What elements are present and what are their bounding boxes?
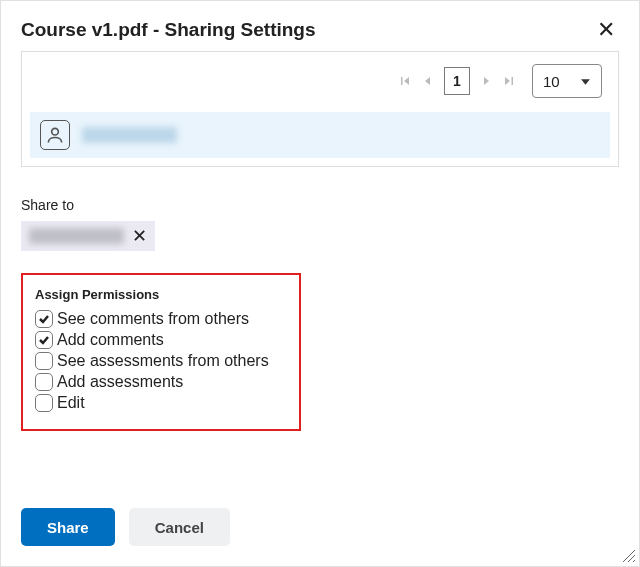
permission-label: Edit [57, 394, 85, 412]
checkbox-edit[interactable] [35, 394, 53, 412]
svg-rect-0 [401, 77, 403, 85]
sharing-settings-dialog: Course v1.pdf - Sharing Settings ✕ 1 [0, 0, 640, 567]
svg-marker-2 [425, 77, 430, 85]
svg-line-10 [633, 560, 635, 562]
dialog-title: Course v1.pdf - Sharing Settings [21, 19, 316, 41]
user-list-box: 1 10 [21, 51, 619, 167]
last-page-icon[interactable] [502, 75, 514, 87]
permission-row: See comments from others [35, 310, 285, 328]
permission-row: See assessments from others [35, 352, 285, 370]
page-size-select[interactable]: 10 [532, 64, 602, 98]
permission-row: Edit [35, 394, 285, 412]
chevron-down-icon [580, 76, 591, 87]
checkbox-see-assessments[interactable] [35, 352, 53, 370]
svg-marker-6 [581, 79, 590, 85]
next-page-icon[interactable] [480, 75, 492, 87]
svg-marker-1 [404, 77, 409, 85]
checkbox-see-comments[interactable] [35, 310, 53, 328]
pagination-row: 1 10 [30, 60, 610, 112]
svg-marker-4 [505, 77, 510, 85]
svg-point-7 [52, 128, 59, 135]
permission-row: Add assessments [35, 373, 285, 391]
svg-rect-5 [512, 77, 514, 85]
dialog-header: Course v1.pdf - Sharing Settings ✕ [1, 1, 639, 53]
first-page-icon[interactable] [400, 75, 412, 87]
page-size-value: 10 [543, 73, 560, 90]
chip-name-redacted [29, 228, 124, 244]
dialog-body-scroll[interactable]: 1 10 Share to ✕ [1, 51, 639, 491]
dialog-footer: Share Cancel [1, 493, 639, 566]
chip-remove-icon[interactable]: ✕ [132, 227, 147, 245]
avatar-icon [40, 120, 70, 150]
prev-page-icon[interactable] [422, 75, 434, 87]
svg-line-8 [623, 550, 635, 562]
share-to-label: Share to [21, 197, 619, 213]
permission-label: See assessments from others [57, 352, 269, 370]
permission-label: Add comments [57, 331, 164, 349]
current-page-input[interactable]: 1 [444, 67, 470, 95]
share-to-chip: ✕ [21, 221, 155, 251]
permission-row: Add comments [35, 331, 285, 349]
permission-label: Add assessments [57, 373, 183, 391]
cancel-button[interactable]: Cancel [129, 508, 230, 546]
share-button[interactable]: Share [21, 508, 115, 546]
user-name-redacted [82, 127, 177, 143]
checkbox-add-comments[interactable] [35, 331, 53, 349]
svg-marker-3 [484, 77, 489, 85]
user-list-item[interactable] [30, 112, 610, 158]
permission-label: See comments from others [57, 310, 249, 328]
assign-permissions-title: Assign Permissions [35, 287, 285, 302]
close-icon[interactable]: ✕ [593, 15, 619, 45]
resize-handle-icon[interactable] [619, 546, 635, 562]
checkbox-add-assessments[interactable] [35, 373, 53, 391]
assign-permissions-panel: Assign Permissions See comments from oth… [21, 273, 301, 431]
